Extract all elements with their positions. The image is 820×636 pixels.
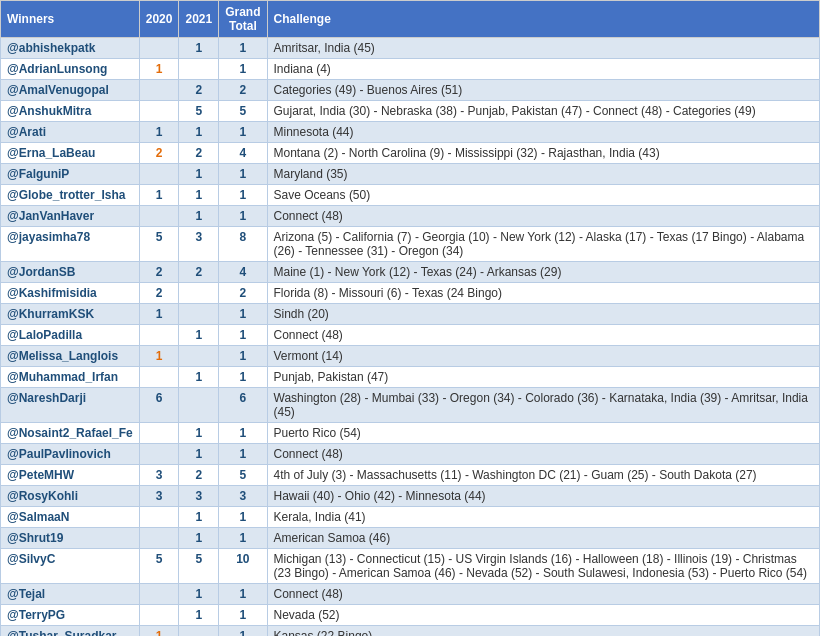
table-row: @PeteMHW3254th of July (3) - Massachuset…: [1, 465, 820, 486]
year-2021-cell: 1: [179, 185, 219, 206]
year-2021-cell: [179, 304, 219, 325]
table-row: @Erna_LaBeau224Montana (2) - North Carol…: [1, 143, 820, 164]
winner-cell: @AdrianLunsong: [1, 59, 140, 80]
challenge-cell: Hawaii (40) - Ohio (42) - Minnesota (44): [267, 486, 820, 507]
year-2021-cell: [179, 283, 219, 304]
winner-cell: @KhurramKSK: [1, 304, 140, 325]
table-row: @Tejal11Connect (48): [1, 584, 820, 605]
total-cell: 5: [219, 101, 267, 122]
table-row: @SalmaaN11Kerala, India (41): [1, 507, 820, 528]
total-cell: 1: [219, 304, 267, 325]
total-cell: 1: [219, 584, 267, 605]
total-cell: 1: [219, 423, 267, 444]
table-row: @AnshukMitra55Gujarat, India (30) - Nebr…: [1, 101, 820, 122]
winner-cell: @LaloPadilla: [1, 325, 140, 346]
challenge-cell: Kerala, India (41): [267, 507, 820, 528]
total-cell: 1: [219, 605, 267, 626]
table-row: @Melissa_Langlois11Vermont (14): [1, 346, 820, 367]
challenge-cell: Michigan (13) - Connecticut (15) - US Vi…: [267, 549, 820, 584]
challenge-cell: 4th of July (3) - Massachusetts (11) - W…: [267, 465, 820, 486]
year-2020-cell: [139, 325, 179, 346]
challenge-cell: Punjab, Pakistan (47): [267, 367, 820, 388]
winner-cell: @jayasimha78: [1, 227, 140, 262]
winner-cell: @PeteMHW: [1, 465, 140, 486]
year-2020-cell: [139, 584, 179, 605]
challenge-cell: Sindh (20): [267, 304, 820, 325]
winner-cell: @abhishekpatk: [1, 38, 140, 59]
winner-cell: @AnshukMitra: [1, 101, 140, 122]
table-row: @KhurramKSK11Sindh (20): [1, 304, 820, 325]
total-cell: 1: [219, 38, 267, 59]
challenge-cell: Arizona (5) - California (7) - Georgia (…: [267, 227, 820, 262]
year-2021-cell: 1: [179, 605, 219, 626]
main-table: Winners 2020 2021 Grand Total Challenge …: [0, 0, 820, 636]
total-cell: 2: [219, 283, 267, 304]
challenge-cell: Gujarat, India (30) - Nebraska (38) - Pu…: [267, 101, 820, 122]
table-row: @AdrianLunsong11Indiana (4): [1, 59, 820, 80]
year-2021-cell: 1: [179, 528, 219, 549]
year-2020-cell: 2: [139, 283, 179, 304]
winner-cell: @FalguniP: [1, 164, 140, 185]
total-cell: 10: [219, 549, 267, 584]
year-2021-cell: 1: [179, 507, 219, 528]
table-row: @Globe_trotter_Isha111Save Oceans (50): [1, 185, 820, 206]
year-2020-cell: [139, 164, 179, 185]
winner-cell: @Muhammad_Irfan: [1, 367, 140, 388]
2020-header: 2020: [139, 1, 179, 38]
table-row: @jayasimha78538Arizona (5) - California …: [1, 227, 820, 262]
table-row: @AmalVenugopal22Categories (49) - Buenos…: [1, 80, 820, 101]
year-2021-cell: 2: [179, 80, 219, 101]
total-cell: 1: [219, 59, 267, 80]
total-cell: 1: [219, 206, 267, 227]
winner-cell: @JordanSB: [1, 262, 140, 283]
winner-cell: @AmalVenugopal: [1, 80, 140, 101]
challenge-cell: American Samoa (46): [267, 528, 820, 549]
year-2020-cell: 1: [139, 185, 179, 206]
total-cell: 1: [219, 528, 267, 549]
challenge-cell: Nevada (52): [267, 605, 820, 626]
winner-cell: @Nosaint2_Rafael_Fe: [1, 423, 140, 444]
winner-cell: @TerryPG: [1, 605, 140, 626]
challenge-header: Challenge: [267, 1, 820, 38]
total-cell: 1: [219, 164, 267, 185]
year-2020-cell: 2: [139, 143, 179, 164]
table-row: @JanVanHaver11Connect (48): [1, 206, 820, 227]
table-row: @Tushar_Suradkar11Kansas (22 Bingo): [1, 626, 820, 637]
table-row: @LaloPadilla11Connect (48): [1, 325, 820, 346]
challenge-cell: Connect (48): [267, 325, 820, 346]
year-2020-cell: [139, 206, 179, 227]
total-cell: 3: [219, 486, 267, 507]
table-row: @TerryPG11Nevada (52): [1, 605, 820, 626]
total-cell: 1: [219, 346, 267, 367]
total-cell: 1: [219, 122, 267, 143]
winner-cell: @Kashifmisidia: [1, 283, 140, 304]
year-2020-cell: [139, 444, 179, 465]
year-2021-cell: 1: [179, 367, 219, 388]
year-2021-cell: 5: [179, 101, 219, 122]
total-cell: 1: [219, 185, 267, 206]
year-2021-cell: 3: [179, 486, 219, 507]
year-2020-cell: [139, 80, 179, 101]
grand-total-header: Grand Total: [219, 1, 267, 38]
year-2020-cell: 1: [139, 304, 179, 325]
challenge-cell: Florida (8) - Missouri (6) - Texas (24 B…: [267, 283, 820, 304]
year-2020-cell: [139, 528, 179, 549]
table-row: @Shrut1911American Samoa (46): [1, 528, 820, 549]
year-2021-cell: 5: [179, 549, 219, 584]
year-2020-cell: [139, 605, 179, 626]
year-2020-cell: [139, 423, 179, 444]
table-row: @JordanSB224Maine (1) - New York (12) - …: [1, 262, 820, 283]
winner-cell: @JanVanHaver: [1, 206, 140, 227]
year-2020-cell: 3: [139, 465, 179, 486]
table-row: @NareshDarji66Washington (28) - Mumbai (…: [1, 388, 820, 423]
year-2020-cell: [139, 38, 179, 59]
challenge-cell: Vermont (14): [267, 346, 820, 367]
table-row: @Arati111Minnesota (44): [1, 122, 820, 143]
total-cell: 4: [219, 262, 267, 283]
challenge-cell: Washington (28) - Mumbai (33) - Oregon (…: [267, 388, 820, 423]
table-row: @SilvyC5510Michigan (13) - Connecticut (…: [1, 549, 820, 584]
challenge-cell: Categories (49) - Buenos Aires (51): [267, 80, 820, 101]
winner-cell: @RosyKohli: [1, 486, 140, 507]
winners-header: Winners: [1, 1, 140, 38]
total-cell: 1: [219, 325, 267, 346]
